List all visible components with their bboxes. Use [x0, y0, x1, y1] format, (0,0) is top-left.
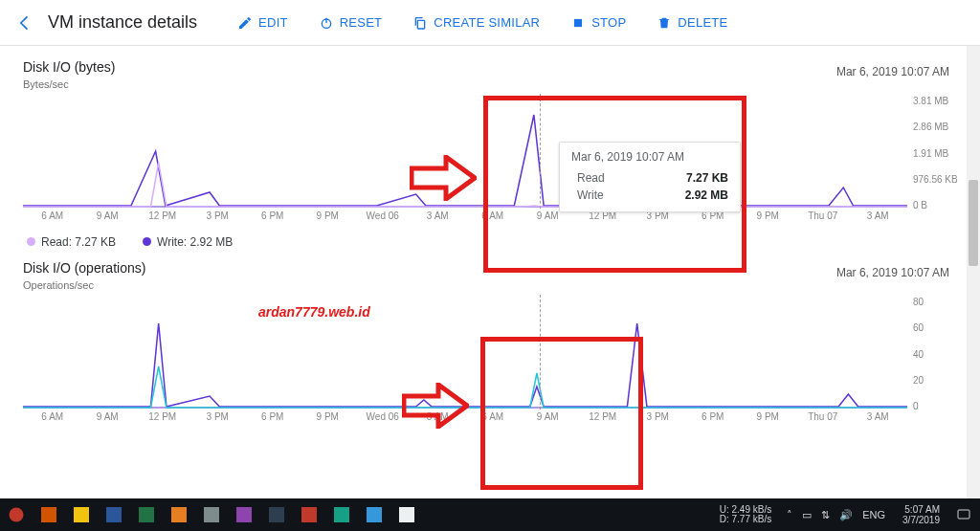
create-similar-button[interactable]: CREATE SIMILAR	[399, 10, 553, 36]
annotation-box	[480, 337, 643, 490]
stop-icon	[570, 15, 586, 31]
taskbar-app-icon[interactable]	[130, 498, 163, 531]
edit-button[interactable]: EDIT	[224, 10, 301, 36]
legend-read-dot	[27, 237, 35, 246]
trash-icon	[657, 15, 672, 31]
scrollbar-thumb[interactable]	[969, 180, 978, 266]
taskbar-clock[interactable]: 5:07 AM 3/7/2019	[895, 504, 947, 525]
chart-timestamp: Mar 6, 2019 10:07 AM	[836, 65, 949, 78]
chart-timestamp: Mar 6, 2019 10:07 AM	[836, 266, 949, 279]
svg-rect-9	[106, 507, 122, 522]
copy-icon	[412, 15, 428, 31]
taskbar-app-icon[interactable]	[195, 498, 228, 531]
svg-rect-10	[139, 507, 154, 522]
chart-subtitle: Bytes/sec	[23, 78, 967, 90]
pencil-icon	[237, 15, 253, 31]
taskbar-app-icon[interactable]	[293, 498, 325, 531]
taskbar-app-icon[interactable]	[358, 498, 390, 531]
battery-icon[interactable]: ▭	[802, 509, 812, 521]
windows-taskbar[interactable]: U: 2.49 kB/s D: 7.77 kB/s ˄ ▭ ⇅ 🔊 ENG 5:…	[0, 498, 980, 531]
create-similar-label: CREATE SIMILAR	[434, 15, 540, 30]
start-button[interactable]	[0, 498, 33, 531]
taskbar-app-icon[interactable]	[325, 498, 358, 531]
svg-rect-2	[418, 20, 425, 29]
svg-point-6	[10, 508, 24, 522]
svg-rect-19	[958, 510, 969, 519]
scrollbar[interactable]	[967, 46, 980, 498]
delete-button[interactable]: DELETE	[643, 10, 741, 36]
chart-tooltip: Mar 6, 2019 10:07 AM Read 7.27 KB Write …	[559, 142, 741, 212]
reset-label: RESET	[340, 15, 383, 30]
wifi-icon[interactable]: ⇅	[821, 509, 830, 521]
taskbar-app-icon[interactable]	[390, 498, 423, 531]
taskbar-app-icon[interactable]	[98, 498, 130, 531]
taskbar-app-icon[interactable]	[33, 498, 65, 531]
annotation-arrow	[410, 155, 477, 201]
svg-rect-3	[574, 18, 582, 26]
back-button[interactable]	[11, 10, 38, 36]
notifications-icon[interactable]	[947, 498, 980, 531]
x-axis: 6 AM9 AM12 PM3 PM6 PM9 PMWed 063 AM6 AM9…	[23, 209, 907, 221]
svg-rect-7	[41, 507, 56, 522]
tray-chevron-icon[interactable]: ˄	[787, 509, 792, 521]
taskbar-app-icon[interactable]	[65, 498, 98, 531]
header-bar: VM instance details EDIT RESET CREATE SI…	[0, 0, 980, 46]
taskbar-app-icon[interactable]	[260, 498, 293, 531]
chart-subtitle: Operations/sec	[23, 279, 967, 291]
y-axis: 80 60 40 20 0	[907, 295, 967, 429]
svg-rect-12	[204, 507, 219, 522]
svg-rect-14	[269, 507, 284, 522]
volume-icon[interactable]: 🔊	[839, 509, 853, 521]
edit-label: EDIT	[258, 15, 288, 30]
svg-rect-16	[334, 507, 349, 522]
tooltip-time: Mar 6, 2019 10:07 AM	[571, 150, 728, 164]
system-tray[interactable]: ˄ ▭ ⇅ 🔊 ENG	[777, 509, 895, 521]
legend-write-dot	[143, 237, 151, 246]
language-indicator[interactable]: ENG	[862, 509, 885, 520]
watermark-text: ardan7779.web.id	[258, 304, 370, 320]
chart-title: Disk I/O (bytes)	[23, 59, 967, 75]
reset-button[interactable]: RESET	[305, 10, 396, 36]
svg-rect-18	[399, 507, 414, 522]
legend-write: Write: 2.92 MB	[157, 235, 233, 249]
delete-label: DELETE	[678, 15, 727, 30]
power-icon	[319, 15, 334, 31]
svg-rect-11	[171, 507, 187, 522]
svg-rect-15	[301, 507, 317, 522]
svg-rect-13	[236, 507, 252, 522]
network-speed: U: 2.49 kB/s D: 7.77 kB/s	[720, 505, 777, 524]
taskbar-app-icon[interactable]	[228, 498, 260, 531]
stop-button[interactable]: STOP	[557, 10, 639, 36]
page-title: VM instance details	[48, 12, 197, 33]
taskbar-app-icon[interactable]	[163, 498, 195, 531]
annotation-arrow	[402, 383, 469, 429]
svg-rect-8	[74, 507, 89, 522]
y-axis: 3.81 MB 2.86 MB 1.91 MB 976.56 KB 0 B	[907, 94, 967, 228]
stop-label: STOP	[591, 15, 626, 30]
legend-read: Read: 7.27 KB	[41, 235, 116, 249]
svg-rect-17	[367, 507, 382, 522]
